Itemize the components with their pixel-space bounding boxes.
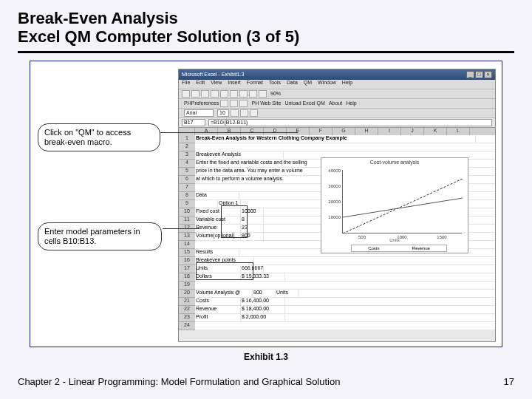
embedded-chart[interactable]: Cost-volume analysis 40000 30000 20000 1…: [321, 157, 468, 253]
col-F[interactable]: F: [310, 128, 332, 135]
col-L[interactable]: L: [447, 128, 470, 135]
menu-format[interactable]: Format: [247, 80, 263, 85]
chart-x-label: Units: [321, 238, 468, 242]
row-header-18[interactable]: 18: [179, 273, 195, 282]
row-header-15[interactable]: 15: [179, 249, 195, 257]
row-header-1[interactable]: 1: [179, 135, 195, 143]
new-icon[interactable]: [182, 90, 190, 98]
cut-icon[interactable]: [220, 90, 228, 98]
cell[interactable]: Break-Even Analysis for Western Clothing…: [195, 135, 476, 143]
cell[interactable]: $ 18,400.00: [241, 306, 285, 313]
row-header-13[interactable]: 13: [179, 233, 195, 241]
cell[interactable]: Data: [195, 192, 239, 200]
col-C[interactable]: C: [241, 128, 264, 135]
cell[interactable]: Results: [195, 249, 239, 256]
legend-costs: Costs: [368, 246, 379, 250]
col-G[interactable]: G: [332, 128, 355, 135]
menu-help[interactable]: Help: [342, 80, 352, 85]
minimize-icon[interactable]: _: [466, 71, 474, 78]
row-header-14[interactable]: 14: [179, 241, 195, 249]
table-row: Volume Analysis @800Units: [195, 290, 495, 298]
row-header-16[interactable]: 16: [179, 257, 195, 265]
row-header-4[interactable]: 4: [179, 160, 195, 168]
qm-btn-2[interactable]: [230, 100, 238, 107]
cell[interactable]: $ 2,000.00: [241, 314, 285, 321]
col-J[interactable]: J: [401, 128, 424, 135]
cell[interactable]: Volume Analysis @: [195, 290, 253, 297]
cell[interactable]: Costs: [195, 298, 241, 305]
row-header-7[interactable]: 7: [179, 184, 195, 192]
slide-footer: Chapter 2 - Linear Programming: Model Fo…: [18, 376, 514, 387]
callout-qm-menu: Click on "QM" to access break-even macro…: [38, 123, 160, 151]
row-header-9[interactable]: 9: [179, 200, 195, 208]
bold-icon[interactable]: [231, 109, 239, 117]
maximize-icon[interactable]: □: [475, 71, 483, 78]
cell[interactable]: Profit: [195, 314, 241, 321]
col-K[interactable]: K: [424, 128, 447, 135]
row-header-21[interactable]: 21: [179, 298, 195, 306]
help-button[interactable]: Help: [346, 100, 356, 106]
paste-icon[interactable]: [239, 90, 248, 98]
copy-icon[interactable]: [230, 90, 238, 98]
row-header-19[interactable]: 19: [179, 282, 195, 290]
preferences-button[interactable]: PHPreferences: [184, 100, 219, 106]
title-line-1: Break-Even Analysis: [18, 9, 178, 27]
cell[interactable]: [195, 200, 218, 208]
font-size[interactable]: 10: [217, 109, 229, 117]
col-I[interactable]: I: [378, 128, 401, 135]
qm-btn-3[interactable]: [239, 100, 248, 107]
print-icon[interactable]: [211, 90, 219, 98]
italic-icon[interactable]: [240, 109, 248, 117]
col-E[interactable]: E: [287, 128, 310, 135]
menu-view[interactable]: View: [211, 80, 222, 85]
underline-icon[interactable]: [250, 109, 258, 117]
name-box[interactable]: B17: [182, 119, 205, 126]
row-header-23[interactable]: 23: [179, 314, 195, 322]
row-header-22[interactable]: 22: [179, 306, 195, 314]
cell[interactable]: $ 16,400.00: [241, 298, 285, 305]
row-header-20[interactable]: 20: [179, 290, 195, 298]
menu-edit[interactable]: Edit: [196, 80, 205, 85]
row-header-10[interactable]: 10: [179, 208, 195, 216]
cell[interactable]: Breakeven Analysis: [195, 151, 284, 159]
ph-web-site[interactable]: PH Web Site: [251, 100, 281, 106]
menu-qm[interactable]: QM: [304, 80, 312, 85]
row-header-6[interactable]: 6: [179, 176, 195, 184]
redo-icon[interactable]: [259, 90, 267, 98]
col-H[interactable]: H: [355, 128, 378, 135]
menu-data[interactable]: Data: [287, 80, 298, 85]
font-select[interactable]: Arial: [184, 109, 214, 117]
row-header-3[interactable]: 3: [179, 151, 195, 160]
unload-excel-qm[interactable]: Unload Excel QM: [284, 100, 324, 106]
row-header-11[interactable]: 11: [179, 216, 195, 225]
footer-chapter: Chapter 2 - Linear Programming: Model Fo…: [18, 376, 340, 387]
close-icon[interactable]: ×: [484, 71, 492, 78]
cell[interactable]: Units: [276, 290, 299, 297]
cell[interactable]: 800: [253, 290, 276, 297]
row-header-2[interactable]: 2: [179, 143, 195, 151]
about-button[interactable]: About: [329, 100, 342, 106]
menu-bar[interactable]: File Edit View Insert Format Tools Data …: [179, 80, 495, 89]
row-header-8[interactable]: 8: [179, 192, 195, 200]
row-header-5[interactable]: 5: [179, 168, 195, 176]
qm-btn-1[interactable]: [220, 100, 228, 107]
row-header-17[interactable]: 17: [179, 265, 195, 273]
menu-tools[interactable]: Tools: [269, 80, 281, 85]
open-icon[interactable]: [191, 90, 200, 98]
formula-bar[interactable]: =B10/(B12-B11): [208, 119, 492, 126]
row-header-24[interactable]: 24: [179, 322, 195, 330]
cell[interactable]: Revenue: [195, 306, 241, 313]
col-D[interactable]: D: [264, 128, 287, 135]
table-row: Profit$ 2,000.00: [195, 314, 495, 322]
col-A[interactable]: A: [195, 128, 218, 135]
menu-window[interactable]: Window: [318, 80, 336, 85]
zoom-value[interactable]: 90%: [270, 91, 281, 96]
screenshot-frame: Microsoft Excel - Exhibit1.3 _ □ × File …: [30, 61, 502, 347]
menu-file[interactable]: File: [182, 80, 190, 85]
chart-title: Cost-volume analysis: [321, 158, 468, 166]
col-B[interactable]: B: [218, 128, 241, 135]
undo-icon[interactable]: [249, 90, 257, 98]
menu-insert[interactable]: Insert: [228, 80, 241, 85]
column-headers: A B C D E F G H I J K L: [179, 127, 495, 135]
save-icon[interactable]: [201, 90, 209, 98]
